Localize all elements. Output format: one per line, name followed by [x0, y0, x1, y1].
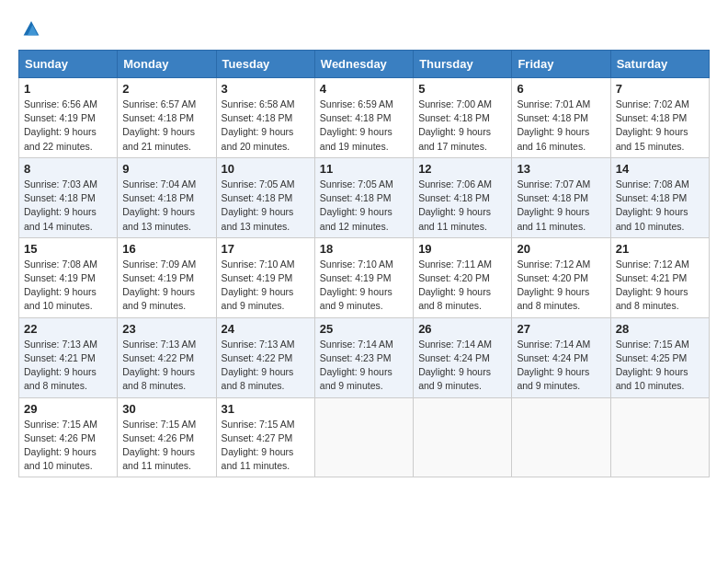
calendar-cell: 24 Sunrise: 7:13 AMSunset: 4:22 PMDaylig…: [216, 317, 314, 397]
calendar-cell: 14 Sunrise: 7:08 AMSunset: 4:18 PMDaylig…: [610, 157, 709, 237]
calendar-header-friday: Friday: [512, 51, 610, 78]
calendar-cell: 29 Sunrise: 7:15 AMSunset: 4:26 PMDaylig…: [19, 397, 118, 477]
calendar-cell: 16 Sunrise: 7:09 AMSunset: 4:19 PMDaylig…: [118, 237, 216, 317]
day-info: Sunrise: 7:15 AMSunset: 4:25 PMDaylight:…: [616, 339, 689, 392]
calendar-cell: 9 Sunrise: 7:04 AMSunset: 4:18 PMDayligh…: [118, 157, 216, 237]
day-number: 23: [122, 322, 210, 336]
day-info: Sunrise: 6:56 AMSunset: 4:19 PMDaylight:…: [24, 98, 97, 152]
calendar-cell: 18 Sunrise: 7:10 AMSunset: 4:19 PMDaylig…: [314, 237, 413, 317]
calendar-table: SundayMondayTuesdayWednesdayThursdayFrid…: [18, 50, 710, 477]
day-number: 18: [320, 242, 408, 256]
calendar-cell: 17 Sunrise: 7:10 AMSunset: 4:19 PMDaylig…: [216, 237, 314, 317]
day-number: 31: [222, 402, 310, 416]
day-number: 9: [122, 162, 210, 176]
day-info: Sunrise: 7:10 AMSunset: 4:19 PMDaylight:…: [222, 259, 295, 312]
calendar-header-thursday: Thursday: [414, 51, 512, 78]
day-number: 7: [616, 82, 704, 96]
day-number: 24: [222, 322, 310, 336]
calendar-cell: 26 Sunrise: 7:14 AMSunset: 4:24 PMDaylig…: [414, 317, 512, 397]
day-number: 21: [616, 242, 704, 256]
day-number: 26: [418, 322, 506, 336]
day-info: Sunrise: 7:05 AMSunset: 4:18 PMDaylight:…: [320, 178, 393, 232]
calendar-cell: 6 Sunrise: 7:01 AMSunset: 4:18 PMDayligh…: [512, 78, 610, 158]
calendar-cell: 31 Sunrise: 7:15 AMSunset: 4:27 PMDaylig…: [216, 397, 314, 477]
calendar-header-saturday: Saturday: [610, 51, 709, 78]
day-number: 15: [24, 242, 112, 256]
day-number: 29: [24, 402, 112, 416]
day-info: Sunrise: 7:13 AMSunset: 4:21 PMDaylight:…: [24, 339, 97, 392]
day-number: 22: [24, 322, 112, 336]
calendar-cell: 7 Sunrise: 7:02 AMSunset: 4:18 PMDayligh…: [610, 78, 709, 158]
calendar-cell: 27 Sunrise: 7:14 AMSunset: 4:24 PMDaylig…: [512, 317, 610, 397]
day-number: 2: [122, 82, 210, 96]
day-info: Sunrise: 7:13 AMSunset: 4:22 PMDaylight:…: [222, 339, 295, 392]
day-info: Sunrise: 7:09 AMSunset: 4:19 PMDaylight:…: [122, 259, 196, 312]
day-info: Sunrise: 7:01 AMSunset: 4:18 PMDaylight:…: [517, 98, 590, 152]
calendar-cell: [314, 397, 413, 477]
day-info: Sunrise: 7:08 AMSunset: 4:19 PMDaylight:…: [24, 259, 97, 312]
calendar-cell: 21 Sunrise: 7:12 AMSunset: 4:21 PMDaylig…: [610, 237, 709, 317]
calendar-cell: 1 Sunrise: 6:56 AMSunset: 4:19 PMDayligh…: [19, 78, 118, 158]
calendar-cell: 4 Sunrise: 6:59 AMSunset: 4:18 PMDayligh…: [314, 78, 413, 158]
day-info: Sunrise: 7:15 AMSunset: 4:26 PMDaylight:…: [122, 419, 196, 472]
day-info: Sunrise: 7:15 AMSunset: 4:27 PMDaylight:…: [222, 419, 295, 472]
calendar-cell: 10 Sunrise: 7:05 AMSunset: 4:18 PMDaylig…: [216, 157, 314, 237]
day-number: 28: [616, 322, 704, 336]
day-number: 10: [222, 162, 310, 176]
day-info: Sunrise: 7:12 AMSunset: 4:21 PMDaylight:…: [616, 259, 689, 312]
day-number: 11: [320, 162, 408, 176]
calendar-cell: 15 Sunrise: 7:08 AMSunset: 4:19 PMDaylig…: [19, 237, 118, 317]
day-info: Sunrise: 7:08 AMSunset: 4:18 PMDaylight:…: [616, 178, 689, 232]
day-number: 30: [122, 402, 210, 416]
day-number: 1: [24, 82, 112, 96]
calendar-cell: 19 Sunrise: 7:11 AMSunset: 4:20 PMDaylig…: [414, 237, 512, 317]
day-info: Sunrise: 7:14 AMSunset: 4:24 PMDaylight:…: [418, 339, 492, 392]
calendar-cell: 2 Sunrise: 6:57 AMSunset: 4:18 PMDayligh…: [118, 78, 216, 158]
day-info: Sunrise: 7:13 AMSunset: 4:22 PMDaylight:…: [122, 339, 196, 392]
day-number: 20: [517, 242, 605, 256]
day-number: 17: [222, 242, 310, 256]
day-info: Sunrise: 7:03 AMSunset: 4:18 PMDaylight:…: [24, 178, 97, 232]
calendar-header-monday: Monday: [118, 51, 216, 78]
day-info: Sunrise: 7:15 AMSunset: 4:26 PMDaylight:…: [24, 419, 97, 472]
calendar-week-row: 8 Sunrise: 7:03 AMSunset: 4:18 PMDayligh…: [19, 157, 710, 237]
day-number: 6: [517, 82, 605, 96]
calendar-cell: 25 Sunrise: 7:14 AMSunset: 4:23 PMDaylig…: [314, 317, 413, 397]
calendar-header-sunday: Sunday: [19, 51, 118, 78]
day-info: Sunrise: 7:14 AMSunset: 4:23 PMDaylight:…: [320, 339, 393, 392]
day-number: 13: [517, 162, 605, 176]
calendar-cell: [414, 397, 512, 477]
day-number: 8: [24, 162, 112, 176]
calendar-cell: [610, 397, 709, 477]
page-header: [18, 15, 710, 40]
day-number: 19: [418, 242, 506, 256]
calendar-header-row: SundayMondayTuesdayWednesdayThursdayFrid…: [19, 51, 710, 78]
calendar-cell: [512, 397, 610, 477]
calendar-cell: 13 Sunrise: 7:07 AMSunset: 4:18 PMDaylig…: [512, 157, 610, 237]
day-info: Sunrise: 6:59 AMSunset: 4:18 PMDaylight:…: [320, 98, 393, 152]
day-number: 4: [320, 82, 408, 96]
day-info: Sunrise: 7:05 AMSunset: 4:18 PMDaylight:…: [222, 178, 295, 232]
calendar-cell: 8 Sunrise: 7:03 AMSunset: 4:18 PMDayligh…: [19, 157, 118, 237]
day-info: Sunrise: 7:10 AMSunset: 4:19 PMDaylight:…: [320, 259, 393, 312]
day-info: Sunrise: 7:06 AMSunset: 4:18 PMDaylight:…: [418, 178, 492, 232]
calendar-header-tuesday: Tuesday: [216, 51, 314, 78]
day-number: 5: [418, 82, 506, 96]
day-info: Sunrise: 7:04 AMSunset: 4:18 PMDaylight:…: [122, 178, 196, 232]
calendar-cell: 30 Sunrise: 7:15 AMSunset: 4:26 PMDaylig…: [118, 397, 216, 477]
calendar-header-wednesday: Wednesday: [314, 51, 413, 78]
calendar-cell: 12 Sunrise: 7:06 AMSunset: 4:18 PMDaylig…: [414, 157, 512, 237]
calendar-cell: 20 Sunrise: 7:12 AMSunset: 4:20 PMDaylig…: [512, 237, 610, 317]
day-number: 16: [122, 242, 210, 256]
calendar-cell: 22 Sunrise: 7:13 AMSunset: 4:21 PMDaylig…: [19, 317, 118, 397]
logo: [18, 15, 48, 40]
logo-icon: [18, 15, 44, 40]
calendar-week-row: 15 Sunrise: 7:08 AMSunset: 4:19 PMDaylig…: [19, 237, 710, 317]
calendar-cell: 3 Sunrise: 6:58 AMSunset: 4:18 PMDayligh…: [216, 78, 314, 158]
day-info: Sunrise: 7:12 AMSunset: 4:20 PMDaylight:…: [517, 259, 590, 312]
day-info: Sunrise: 6:58 AMSunset: 4:18 PMDaylight:…: [222, 98, 295, 152]
calendar-cell: 28 Sunrise: 7:15 AMSunset: 4:25 PMDaylig…: [610, 317, 709, 397]
day-number: 27: [517, 322, 605, 336]
day-number: 12: [418, 162, 506, 176]
day-info: Sunrise: 7:02 AMSunset: 4:18 PMDaylight:…: [616, 98, 689, 152]
